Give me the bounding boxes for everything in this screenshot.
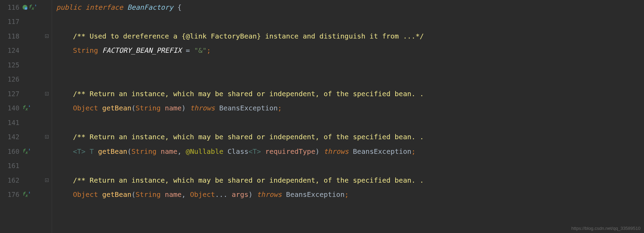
fold-expand-icon[interactable]: + (45, 178, 49, 182)
method: getBean (102, 104, 131, 112)
watermark: https://blog.csdn.net/qq_33589510 (571, 226, 641, 231)
type-param: T (77, 147, 81, 156)
method: getBean (98, 147, 127, 156)
code-area[interactable]: public interface BeanFactory { /** Used … (52, 0, 644, 233)
type: Object (73, 104, 98, 112)
line-number: 127 (3, 90, 19, 98)
keyword-interface: interface (85, 3, 123, 11)
class-icon[interactable]: c (22, 5, 28, 10)
implements-icon[interactable]: fx (28, 4, 34, 11)
type: BeansException (219, 104, 278, 112)
code-line (56, 159, 644, 173)
brace: { (173, 3, 181, 11)
annotation: @Nullable (186, 147, 223, 156)
line-number: 117 (3, 18, 19, 25)
code-line (56, 72, 644, 87)
type: Class (228, 147, 248, 156)
string: "&" (194, 46, 206, 55)
gutter: 116 c fx 117 118 + 124 125 126 127 + 140… (0, 0, 52, 233)
semicolon: ; (207, 46, 211, 55)
comment: /** Return an instance, which may be sha… (73, 176, 424, 184)
line-number: 140 (3, 104, 19, 112)
line-number: 125 (3, 61, 19, 69)
code-line: /** Used to dereference a {@link Factory… (56, 29, 644, 43)
code-line: /** Return an instance, which may be sha… (56, 130, 644, 144)
code-line: /** Return an instance, which may be sha… (56, 86, 644, 101)
implements-icon[interactable]: fx (22, 105, 27, 111)
type: String (73, 46, 98, 55)
type: String (136, 104, 161, 112)
code-line (56, 58, 644, 72)
line-number: 141 (3, 119, 19, 126)
code-line: <T> T getBean(String name, @Nullable Cla… (56, 144, 644, 159)
code-line (56, 15, 644, 29)
type-param: T (90, 147, 94, 156)
code-editor[interactable]: 116 c fx 117 118 + 124 125 126 127 + 140… (0, 0, 644, 233)
line-number: 142 (3, 133, 19, 141)
line-number: 162 (3, 176, 19, 184)
line-number: 118 (3, 32, 19, 40)
type-name: BeanFactory (127, 3, 173, 11)
svg-text:c: c (25, 7, 27, 10)
comment: instance and distinguish it from ...*/ (261, 32, 424, 40)
constant: FACTORY_BEAN_PREFIX (102, 46, 181, 55)
code-line: String FACTORY_BEAN_PREFIX = "&"; (56, 43, 644, 58)
fold-expand-icon[interactable]: + (45, 34, 49, 38)
implements-icon[interactable]: fx (22, 148, 27, 155)
keyword-throws: throws (190, 104, 215, 112)
line-number: 116 (3, 3, 19, 11)
code-line: /** Return an instance, which may be sha… (56, 173, 644, 188)
comment: /** Used to dereference a (73, 32, 181, 40)
keyword-public: public (56, 3, 81, 11)
code-line: Object getBean(String name) throws Beans… (56, 101, 644, 116)
comment: /** Return an instance, which may be sha… (73, 90, 424, 98)
line-number: 176 (3, 191, 19, 198)
implements-icon[interactable]: fx (22, 191, 27, 198)
code-line: Object getBean(String name, Object... ar… (56, 188, 644, 202)
operator: = (181, 46, 194, 55)
param: requiredType (265, 147, 315, 156)
code-line: public interface BeanFactory { (56, 0, 644, 15)
gutter-row: 116 c fx (0, 0, 52, 15)
comment: /** Return an instance, which may be sha… (73, 133, 424, 141)
line-number: 126 (3, 75, 19, 83)
fold-expand-icon[interactable]: + (45, 135, 49, 139)
line-number: 161 (3, 162, 19, 169)
param: args (232, 190, 248, 199)
line-number: 124 (3, 47, 19, 54)
code-line (56, 115, 644, 130)
fold-expand-icon[interactable]: + (45, 92, 49, 95)
comment-tag: {@link FactoryBean} (181, 32, 261, 40)
line-number: 160 (3, 148, 19, 155)
gutter-icons: c fx (22, 4, 34, 11)
param: name (165, 104, 181, 112)
